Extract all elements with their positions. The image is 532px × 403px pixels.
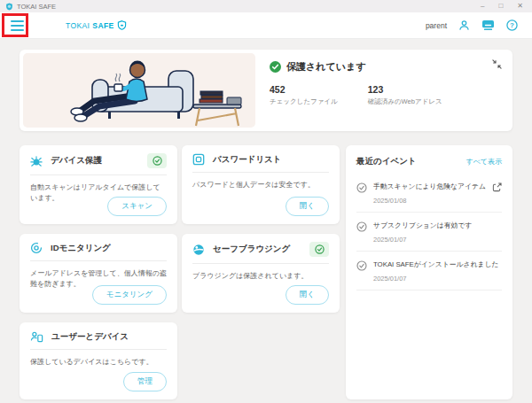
- stat-label: 確認済みのWebアドレス: [368, 97, 442, 106]
- card-title: デバイス保護: [51, 155, 102, 167]
- manage-button[interactable]: 管理: [123, 372, 167, 391]
- event-check-icon: [356, 182, 367, 205]
- stat-checked-files: 452 チェックしたファイル: [270, 84, 338, 106]
- globe-icon: [192, 244, 205, 256]
- minimize-button[interactable]: –: [481, 0, 484, 12]
- events-panel-title: 最近のイベント: [356, 156, 417, 167]
- event-item: サブスクリプションは有効です 2025/01/07: [356, 213, 502, 252]
- card-title: IDモニタリング: [51, 243, 111, 254]
- event-check-icon: [356, 260, 367, 283]
- logo-text-1: TOKAI: [66, 21, 90, 30]
- card-users-devices: ユーザーとデバイス 保護しているデバイスはこちらです。 管理: [20, 322, 177, 399]
- event-text: TOKAI SAFEがインストールされました: [373, 260, 502, 269]
- card-title: パスワードリスト: [213, 154, 282, 166]
- card-title: セーフブラウジング: [213, 244, 290, 255]
- show-all-link[interactable]: すべて表示: [466, 157, 502, 167]
- card-description: パスワードと個人データは安全です。: [192, 180, 329, 190]
- main-content: 保護されています 452 チェックしたファイル 123 確認済みのWebアドレス: [0, 40, 532, 403]
- open-password-list-button[interactable]: 開く: [286, 197, 329, 216]
- devices-icon[interactable]: [481, 19, 495, 31]
- help-icon[interactable]: ?: [506, 19, 518, 31]
- toolbar: TOKAI SAFE parent ?: [0, 12, 532, 39]
- svg-text:?: ?: [510, 21, 514, 29]
- open-safe-browsing-button[interactable]: 開く: [286, 285, 329, 305]
- card-description: 保護しているデバイスはこちらです。: [30, 357, 167, 368]
- collapse-icon[interactable]: [492, 58, 502, 72]
- user-profile-icon[interactable]: [458, 19, 470, 31]
- event-item: 手動スキャンにより危険なアイテムは検出されてい... 2025/01/08: [356, 174, 502, 213]
- event-date: 2025/01/07: [373, 236, 502, 244]
- event-text: 手動スキャンにより危険なアイテムは検出されてい...: [373, 182, 486, 191]
- event-check-icon: [356, 221, 367, 244]
- bug-icon: [30, 155, 43, 167]
- tokai-safe-logo: TOKAI SAFE: [66, 20, 127, 30]
- status-ok-badge: [147, 153, 167, 168]
- feature-cards-grid: デバイス保護 自動スキャンはリアルタイムで保護しています。 スキャン パスワード…: [20, 145, 340, 401]
- card-title: ユーザーとデバイス: [51, 331, 129, 343]
- app-shield-icon: [5, 3, 13, 11]
- users-devices-icon: [30, 330, 43, 343]
- protection-status-text: 保護されています: [286, 60, 366, 74]
- stat-label: チェックしたファイル: [270, 97, 338, 106]
- external-link-icon[interactable]: [492, 182, 502, 195]
- stat-value: 123: [368, 84, 442, 95]
- event-text: サブスクリプションは有効です: [373, 221, 502, 230]
- maximize-button[interactable]: □: [498, 0, 503, 12]
- id-monitoring-icon: [30, 242, 43, 254]
- close-button[interactable]: ✕: [517, 0, 523, 12]
- stat-checked-web-addresses: 123 確認済みのWebアドレス: [368, 84, 442, 106]
- window-title: TOKAI SAFE: [17, 3, 56, 11]
- monitoring-button[interactable]: モニタリング: [92, 285, 167, 305]
- card-safe-browsing: セーフブラウジング ブラウジングは保護されています。 開く: [182, 234, 340, 313]
- card-description: ブラウジングは保護されています。: [192, 271, 329, 282]
- card-device-protection: デバイス保護 自動スキャンはリアルタイムで保護しています。 スキャン: [20, 145, 177, 224]
- logo-text-2: SAFE: [92, 21, 113, 30]
- app-window: TOKAI SAFE – □ ✕ TOKAI SAFE parent: [0, 0, 532, 403]
- event-date: 2025/01/07: [373, 275, 502, 283]
- protected-check-icon: [270, 61, 281, 73]
- titlebar: TOKAI SAFE – □ ✕: [0, 0, 532, 12]
- hamburger-menu-button[interactable]: [5, 15, 28, 36]
- vault-icon: [192, 153, 205, 166]
- event-date: 2025/01/08: [373, 197, 486, 205]
- card-id-monitoring: IDモニタリング メールアドレスを管理して、個人情報の盗難を防ぎます。 モニタリ…: [20, 234, 177, 313]
- logo-shield-icon: [117, 20, 127, 30]
- card-password-list: パスワードリスト パスワードと個人データは安全です。 開く: [182, 145, 340, 224]
- protection-status-card: 保護されています 452 チェックしたファイル 123 確認済みのWebアドレス: [20, 50, 512, 131]
- account-name-label: parent: [426, 21, 447, 30]
- stat-value: 452: [270, 84, 338, 95]
- hero-illustration: [23, 53, 255, 128]
- status-ok-badge: [309, 242, 329, 257]
- event-item: TOKAI SAFEがインストールされました 2025/01/07: [356, 252, 502, 291]
- scan-button[interactable]: スキャン: [107, 197, 167, 216]
- recent-events-panel: 最近のイベント すべて表示 手動スキャンにより危険なアイテムは検出されてい...…: [346, 145, 512, 399]
